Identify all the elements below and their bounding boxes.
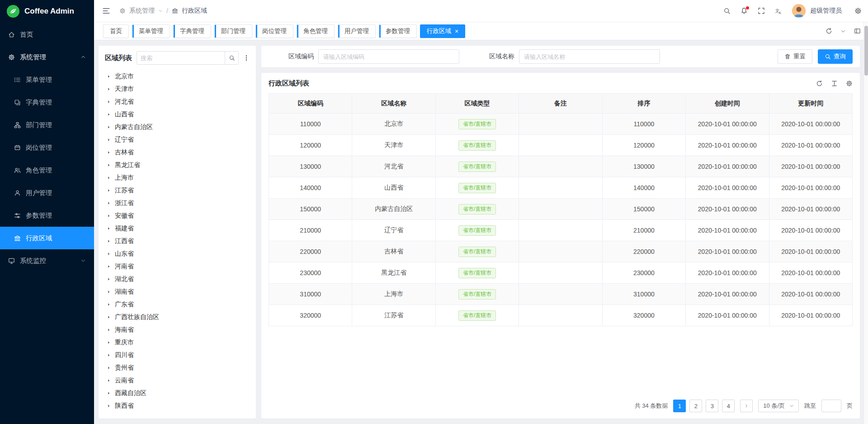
settings-gear-icon[interactable]: [854, 7, 862, 14]
tab[interactable]: 用户管理: [338, 24, 376, 38]
tree-item[interactable]: 江苏省: [105, 184, 250, 197]
tree-item[interactable]: 黑龙江省: [105, 159, 250, 172]
sidebar-subitem[interactable]: 角色管理: [0, 159, 94, 181]
table-column-header[interactable]: 区域类型: [435, 94, 519, 114]
table-row[interactable]: 230000 黑龙江省 省市/直辖市 230000 2020-10-01 00:…: [269, 262, 853, 284]
caret-right-icon[interactable]: [107, 188, 111, 193]
caret-right-icon[interactable]: [107, 264, 111, 269]
table-column-header[interactable]: 创建时间: [686, 94, 769, 114]
tree-item[interactable]: 云南省: [105, 374, 250, 387]
table-row[interactable]: 130000 河北省 省市/直辖市 130000 2020-10-01 00:0…: [269, 156, 853, 177]
sidebar-subitem[interactable]: 部门管理: [0, 114, 94, 136]
tab[interactable]: 岗位管理: [255, 24, 293, 38]
caret-right-icon[interactable]: [107, 353, 111, 357]
tree-item[interactable]: 河北省: [105, 95, 250, 108]
sidebar-group-system[interactable]: 系统管理: [0, 46, 94, 68]
caret-right-icon[interactable]: [107, 391, 111, 395]
tree-item[interactable]: 福建省: [105, 222, 250, 235]
sidebar-subitem[interactable]: 字典管理: [0, 91, 94, 114]
tree-item[interactable]: 吉林省: [105, 146, 250, 159]
caret-right-icon[interactable]: [107, 366, 111, 370]
caret-right-icon[interactable]: [107, 214, 111, 218]
tree-item[interactable]: 山西省: [105, 108, 250, 121]
table-column-header[interactable]: 排序: [602, 94, 685, 114]
panel-toggle-icon[interactable]: [854, 28, 861, 34]
table-column-header[interactable]: 备注: [519, 94, 602, 114]
column-settings-gear-icon[interactable]: [846, 80, 853, 87]
caret-right-icon[interactable]: [107, 302, 111, 307]
caret-right-icon[interactable]: [107, 277, 111, 281]
caret-right-icon[interactable]: [107, 315, 111, 319]
caret-right-icon[interactable]: [107, 340, 111, 345]
tree-item[interactable]: 陕西省: [105, 400, 250, 412]
sidebar-collapse-icon[interactable]: [102, 7, 110, 15]
tree-item[interactable]: 内蒙古自治区: [105, 121, 250, 133]
tree-item[interactable]: 山东省: [105, 248, 250, 260]
tree-item[interactable]: 湖北省: [105, 273, 250, 286]
region-code-input[interactable]: [318, 49, 459, 64]
tree-item[interactable]: 安徽省: [105, 210, 250, 222]
sidebar-subitem[interactable]: 岗位管理: [0, 136, 94, 159]
tree-item[interactable]: 江西省: [105, 235, 250, 248]
caret-right-icon[interactable]: [107, 100, 111, 104]
sidebar-subitem[interactable]: 行政区域: [0, 227, 94, 249]
tree-item[interactable]: 广西壮族自治区: [105, 311, 250, 324]
tab[interactable]: 首页: [103, 24, 129, 38]
refresh-icon[interactable]: [826, 28, 832, 34]
tree-item[interactable]: 四川省: [105, 349, 250, 362]
tree-item[interactable]: 甘肃省: [105, 412, 250, 413]
tree-item[interactable]: 天津市: [105, 83, 250, 95]
breadcrumb-root[interactable]: 系统管理: [129, 7, 155, 15]
tab[interactable]: 部门管理: [214, 24, 252, 38]
tab[interactable]: 菜单管理: [132, 24, 170, 38]
table-row[interactable]: 110000 北京市 省市/直辖市 110000 2020-10-01 00:0…: [269, 114, 853, 135]
tree-search-input[interactable]: [137, 55, 225, 62]
fullscreen-icon[interactable]: [758, 7, 765, 14]
caret-right-icon[interactable]: [107, 176, 111, 180]
caret-right-icon[interactable]: [107, 163, 111, 167]
refresh-icon[interactable]: [816, 80, 823, 87]
tree-item[interactable]: 北京市: [105, 70, 250, 83]
user-name[interactable]: 超级管理员: [810, 7, 842, 15]
sidebar-item-home[interactable]: 首页: [0, 23, 94, 46]
more-options-icon[interactable]: [243, 54, 250, 62]
table-column-header[interactable]: 区域名称: [352, 94, 435, 114]
page-number-button[interactable]: 3: [706, 400, 718, 412]
caret-right-icon[interactable]: [107, 226, 111, 231]
tree-item[interactable]: 贵州省: [105, 362, 250, 374]
sidebar-subitem[interactable]: 菜单管理: [0, 68, 94, 91]
page-number-button[interactable]: 2: [689, 400, 702, 412]
tree-item[interactable]: 海南省: [105, 324, 250, 336]
tab[interactable]: 行政区域 ×: [420, 24, 465, 38]
next-page-button[interactable]: [740, 400, 753, 412]
caret-right-icon[interactable]: [107, 138, 111, 142]
caret-right-icon[interactable]: [107, 112, 111, 117]
caret-right-icon[interactable]: [107, 404, 111, 408]
sidebar-group-monitor[interactable]: 系统监控: [0, 249, 94, 272]
translate-icon[interactable]: 文A: [775, 7, 782, 14]
caret-right-icon[interactable]: [107, 239, 111, 243]
caret-right-icon[interactable]: [107, 87, 111, 91]
tree-item[interactable]: 河南省: [105, 260, 250, 273]
table-row[interactable]: 140000 山西省 省市/直辖市 140000 2020-10-01 00:0…: [269, 177, 853, 199]
tree-item[interactable]: 广东省: [105, 298, 250, 311]
table-row[interactable]: 210000 辽宁省 省市/直辖市 210000 2020-10-01 00:0…: [269, 220, 853, 241]
tree-item[interactable]: 辽宁省: [105, 133, 250, 146]
caret-right-icon[interactable]: [107, 328, 111, 332]
page-number-button[interactable]: 1: [673, 400, 686, 412]
page-size-select[interactable]: 10 条/页: [758, 400, 799, 412]
tab[interactable]: 角色管理: [297, 24, 335, 38]
tab[interactable]: 字典管理: [173, 24, 211, 38]
jump-page-input[interactable]: [821, 400, 841, 412]
chevron-down-icon[interactable]: [840, 29, 846, 34]
search-icon[interactable]: [723, 7, 731, 14]
tab-close-icon[interactable]: ×: [455, 28, 458, 34]
table-column-header[interactable]: 区域编码: [269, 94, 352, 114]
region-name-input[interactable]: [519, 49, 660, 64]
sidebar-subitem[interactable]: 用户管理: [0, 181, 94, 204]
sidebar-subitem[interactable]: 参数管理: [0, 204, 94, 227]
caret-right-icon[interactable]: [107, 201, 111, 205]
table-row[interactable]: 310000 上海市 省市/直辖市 310000 2020-10-01 00:0…: [269, 284, 853, 305]
notification-bell[interactable]: [741, 7, 748, 14]
page-scrollbar[interactable]: [863, 22, 868, 424]
